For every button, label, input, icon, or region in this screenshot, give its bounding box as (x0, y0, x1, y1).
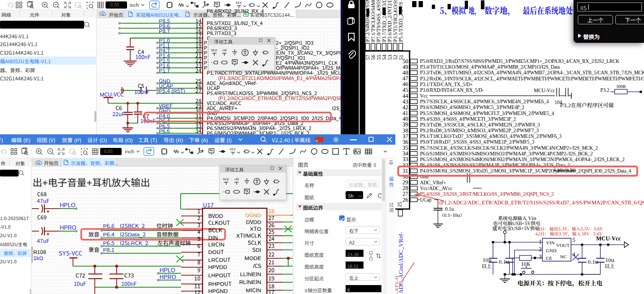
svg-text:48: 48 (402, 70, 408, 76)
svg-text:MCU-Vcc: MCU-Vcc (534, 88, 555, 93)
svg-text:P3.7/TXD_2/INT3/I2: P3.7/TXD_2/INT3/I2 (382, 0, 387, 42)
svg-text:HPGND: HPGND (208, 286, 228, 294)
svg-text:地，: 地， (469, 4, 480, 16)
svg-text:24: 24 (268, 234, 275, 242)
svg-text:I2SData_2: I2SData_2 (120, 230, 146, 238)
svg-text:HPVDD: HPVDD (208, 263, 227, 270)
svg-text:P9.0/T18/RxD7_3/S5SS_4/SS3_4/P: P9.0/T18/RxD7_3/S5SS_4/SS3_4/PWME1P_2/PW… (420, 139, 534, 145)
svg-text:O/PWMA4P/OPA4+_1/I2S_MCL: O/PWMA4P/OPA4+_1/I2S_MCL (276, 64, 341, 71)
svg-text:放音: 放音 (88, 230, 99, 238)
svg-text:8: 8 (197, 258, 200, 266)
svg-text:SCLK: SCLK (248, 238, 261, 246)
svg-text:VCC: VCC (236, 1, 242, 5)
svg-text:P9.1/T18CLKO/TxD7_3/S5MOSI_4/M: P9.1/T18CLKO/TxD7_3/S5MOSI_4/MOSI3_4/PWM… (420, 134, 561, 139)
svg-text:P5.0/RXD3_2/RxD7/S7SS/S8SS/PWM: P5.0/RXD3_2/RxD7/S7SS/S8SS/PWMD5_3/PWME5… (420, 59, 619, 64)
svg-text:+5V: +5V (234, 178, 239, 181)
svg-text:最后在系统地处: 最后在系统地处 (523, 4, 574, 16)
svg-text:P6.7/S1SCLK_4/S3SCLK/S4SCLK/SC: P6.7/S1SCLK_4/S3SCLK/S4SCLK/SCLK2/PWMA4N… (420, 145, 598, 151)
svg-text:U17: U17 (203, 200, 214, 209)
svg-text:10K: 10K (521, 260, 531, 267)
svg-text:SYS-VCC: SYS-VCC (59, 249, 82, 257)
svg-text:P3.6/RXD_2/INT2/I2: P3.6/RXD_2/INT2/I2 (387, 0, 392, 42)
svg-text:MODE: MODE (245, 254, 262, 261)
svg-text:MCU-Vcc: MCU-Vcc (596, 235, 621, 241)
svg-text:3: 3 (539, 254, 542, 260)
svg-text:VCC: VCC (230, 148, 236, 151)
svg-text:HPRO: HPRO (60, 223, 76, 231)
svg-text:P9.5/S3MOSI_4/S6MOSI_4/PWMCFLT: P9.5/S3MOSI_4/S6MOSI_4/PWMCFLT_3/PWME3N_… (420, 111, 554, 116)
svg-text:6: 6 (197, 241, 200, 249)
svg-text:P6.6: P6.6 (159, 127, 170, 134)
svg-text:2: 2 (539, 246, 542, 252)
svg-text:+: + (47, 230, 49, 237)
svg-text:26: 26 (402, 197, 408, 203)
svg-text:模拟: 模拟 (452, 4, 467, 16)
svg-text:46: 46 (402, 81, 408, 87)
svg-text:MCU-VCC: MCU-VCC (100, 90, 124, 98)
svg-text:5: 5 (572, 237, 575, 243)
svg-text:35: 35 (402, 145, 408, 151)
svg-text:5、: 5、 (440, 4, 452, 16)
svg-text:0.1u: 0.1u (445, 206, 454, 212)
svg-text:54: 54 (381, 55, 387, 60)
svg-text:25: 25 (397, 202, 402, 207)
svg-text:44: 44 (402, 93, 408, 99)
svg-text:100nF: 100nF (134, 88, 150, 95)
svg-text:1kΩ: 1kΩ (33, 254, 43, 261)
svg-text:20: 20 (268, 266, 274, 274)
svg-text:以上: 以上 (482, 262, 492, 269)
svg-text:或充电宝USB+5V供电: 或充电宝USB+5V供电 (492, 224, 540, 231)
svg-text:17: 17 (268, 288, 274, 294)
svg-text:42: 42 (402, 104, 408, 110)
svg-text:P6.5/S1MOSI_4/S3MOSI/S4MOSI/MO: P6.5/S1MOSI_4/S3MOSI/S4MOSI/MOSI2/PWMA3N… (420, 157, 625, 162)
svg-text:P3.1/TXD/CAN_TX_5/D+: P3.1/TXD/CAN_TX_5/D+ (420, 82, 473, 87)
svg-text:19: 19 (268, 274, 274, 282)
svg-text:HPLO: HPLO (60, 200, 75, 209)
svg-text:21: 21 (268, 258, 274, 266)
svg-text:P7.0/T9/S4SS_4/S5S: P7.0/T9/S4SS_4/S5S (376, 0, 381, 42)
svg-text:27: 27 (402, 191, 408, 197)
svg-text:0.05: 0.05 (110, 1, 119, 8)
svg-text:P3.2: P3.2 (600, 88, 609, 93)
svg-text:39: 39 (402, 121, 408, 128)
svg-text:数字地，: 数字地， (484, 4, 515, 16)
svg-text:P8.7: P8.7 (159, 27, 170, 34)
svg-text:P7.2/S4MISO_2/S5M: P7.2/S4MISO_2/S5M (365, 0, 370, 42)
svg-text:34: 34 (402, 150, 408, 156)
svg-text:inch: inch (125, 148, 134, 155)
svg-text:45: 45 (402, 87, 408, 93)
svg-text:GND: GND (546, 248, 556, 253)
svg-text:55: 55 (376, 55, 382, 60)
svg-text:VCC: VCC (211, 49, 218, 52)
svg-text:P7.1/T9CLKO/S4MO: P7.1/T9CLKO/S4MO (371, 0, 376, 42)
svg-text:I2SBCK_2: I2SBCK_2 (120, 221, 145, 229)
svg-text:12: 12 (194, 288, 200, 294)
svg-text:38: 38 (402, 128, 408, 134)
svg-text:50: 50 (402, 58, 408, 64)
svg-text:47uF: 47uF (37, 236, 50, 244)
svg-text:VOUT: VOUT (556, 243, 570, 248)
svg-text:37: 37 (402, 133, 408, 139)
svg-text:电源开关：按下停电，松开上电: 电源开关：按下停电，松开上电 (517, 278, 602, 287)
svg-text:41: 41 (402, 110, 408, 116)
svg-text:MICBIAS: MICBIAS (239, 292, 261, 294)
svg-text:C69: C69 (37, 213, 47, 221)
svg-text:40: 40 (402, 116, 408, 122)
svg-text:+: + (47, 208, 49, 215)
svg-text:I2S_: I2S_ (332, 104, 341, 111)
svg-text:28: 28 (402, 185, 408, 191)
svg-text:P3.2/RxD6_3/INT0/SCLK_4/I2CSCL: P3.2/RxD6_3/INT0/SCLK_4/I2CSCL_4/PWMAETI… (420, 76, 644, 81)
svg-text:P6.4: P6.4 (103, 230, 114, 238)
svg-text:C73: C73 (124, 271, 134, 279)
svg-text:P9.6/S3MISO_4/S6MISO_4/PWMC5_3: P9.6/S3MISO_4/S6MISO_4/PWMC5_3/PWME4P_2 (420, 105, 525, 110)
svg-text:47: 47 (402, 75, 408, 81)
svg-text:1: 1 (539, 239, 542, 245)
svg-text:5: 5 (197, 234, 200, 242)
svg-text:(P1.2/ADC2/ADC_ETR/ADCB_ETR/T2: (P1.2/ADC2/ADC_ETR/ADCB_ETR/T2/S1SS/S2SS… (439, 200, 644, 206)
svg-text:LLINEIN: LLINEIN (240, 270, 261, 278)
svg-text:RHPOUT: RHPOUT (208, 279, 231, 287)
svg-text:22: 22 (268, 250, 274, 258)
svg-text:CE: CE (546, 255, 552, 261)
svg-text:57: 57 (365, 55, 371, 60)
svg-text:100nF: 100nF (121, 279, 137, 287)
